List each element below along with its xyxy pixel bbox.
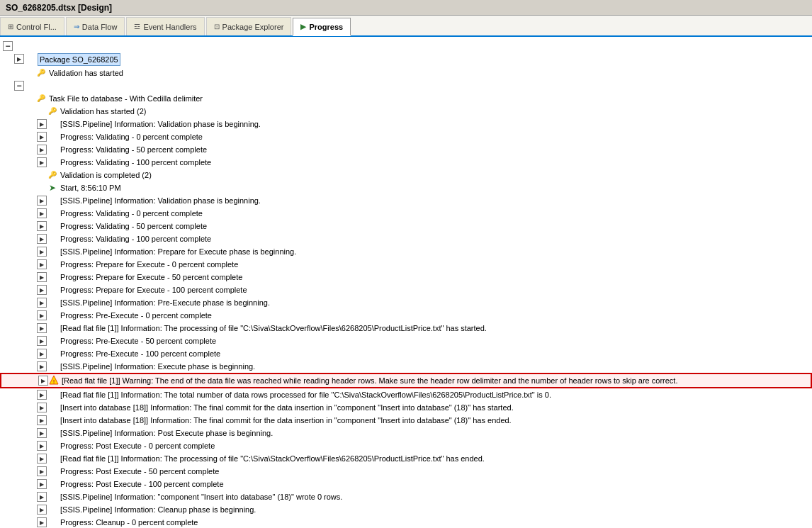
expand-btn[interactable]: ▶ (37, 247, 47, 257)
tree-item[interactable]: 🔑Validation has started (0, 67, 812, 79)
tree-item[interactable]: 🔑Validation is completed (2) (0, 169, 812, 181)
expand-btn[interactable]: ▶ (37, 221, 47, 231)
tab-package-explorer[interactable]: ⊡Package Explorer (206, 17, 292, 35)
tree-item-text: Progress: Validating - 50 percent comple… (60, 220, 207, 232)
tree-item[interactable]: 🔑Validation has started (2) (0, 105, 812, 118)
tree-item[interactable]: − (0, 40, 812, 52)
tree-item-text: Progress: Pre-Execute - 100 percent comp… (60, 348, 220, 359)
tree-item-text: Progress: Pre-Execute - 50 percent compl… (60, 335, 216, 347)
tree-item-text: [SSIS.Pipeline] Information: Cleanup pha… (60, 504, 256, 515)
expand-btn[interactable]: ▶ (37, 298, 47, 308)
tree-item[interactable]: ▶▶Package SO_6268205 (0, 52, 812, 67)
tab-icon-package-explorer: ⊡ (214, 23, 220, 30)
tree-item-text: [Read flat file [1]] Warning: The end of… (62, 375, 677, 386)
expand-btn[interactable]: ▶ (37, 208, 47, 218)
start-arrow-icon: ➤ (47, 182, 58, 193)
tree-item[interactable]: ▶▶Progress: Cleanup - 0 percent complete (0, 516, 812, 528)
tree-item-text: Start, 8:56:10 PM (60, 182, 121, 193)
tree-item[interactable]: ▶▶Progress: Post Execute - 50 percent co… (0, 465, 812, 478)
expand-btn[interactable]: ▶ (37, 492, 47, 502)
tree-item[interactable]: ▶▶[SSIS.Pipeline] Information: Prepare f… (0, 245, 812, 258)
tab-icon-progress: ▶ (300, 23, 306, 30)
expand-btn[interactable]: ▶ (37, 259, 47, 269)
tree-item[interactable]: ▶▶[SSIS.Pipeline] Information: Post Exec… (0, 427, 812, 439)
tree-item-text: [Read flat file [1]] Information: The pr… (60, 453, 485, 464)
expand-btn[interactable]: ▶ (37, 336, 47, 346)
tree-item[interactable]: − (0, 79, 812, 92)
expand-btn[interactable]: ▶ (37, 157, 47, 167)
tree-item[interactable]: ▶▶[SSIS.Pipeline] Information: Pre-Execu… (0, 296, 812, 309)
expand-btn[interactable]: ▶ (37, 145, 47, 155)
tree-item[interactable]: ▶▶[SSIS.Pipeline] Information: Validatio… (0, 118, 812, 130)
tree-item-text: [SSIS.Pipeline] Information: "component … (60, 491, 342, 502)
tree-item[interactable]: ▶▶Progress: Validating - 50 percent comp… (0, 143, 812, 156)
tree-item[interactable]: ▶▶Progress: Pre-Execute - 50 percent com… (0, 335, 812, 347)
collapse-btn[interactable]: − (14, 81, 24, 91)
tab-icon-control-flow: ⊞ (8, 23, 13, 30)
collapse-btn[interactable]: − (3, 41, 13, 51)
tree-item[interactable]: ▶▶[SSIS.Pipeline] Information: Validatio… (0, 194, 812, 207)
tree-item[interactable]: ➤Start, 8:56:10 PM (0, 181, 812, 194)
tree-item-text: Package SO_6268205 (38, 53, 120, 66)
expand-btn[interactable]: ▶ (37, 119, 47, 129)
tree-item[interactable]: ▶▶Progress: Validating - 0 percent compl… (0, 207, 812, 220)
tree-item[interactable]: ▶▶[Read flat file [1]] Information: The … (0, 322, 812, 335)
expand-btn[interactable]: ▶ (37, 390, 47, 400)
expand-btn[interactable]: ▶ (38, 376, 48, 386)
tree-item[interactable]: ▶▶Progress: Pre-Execute - 0 percent comp… (0, 309, 812, 322)
expand-btn[interactable]: ▶ (37, 285, 47, 295)
tree-item[interactable]: ▶![Read flat file [1]] Warning: The end … (0, 373, 812, 388)
progress-content[interactable]: −▶▶Package SO_6268205🔑Validation has sta… (0, 37, 812, 528)
tree-item[interactable]: 🔑Task File to database - With Cedilla de… (0, 92, 812, 105)
expand-btn[interactable]: ▶ (37, 132, 47, 142)
tree-item[interactable]: ▶▶[Read flat file [1]] Information: The … (0, 452, 812, 465)
tree-item[interactable]: ▶▶Progress: Prepare for Execute - 50 per… (0, 271, 812, 283)
expand-btn[interactable]: ▶ (37, 349, 47, 359)
tree-item[interactable]: ▶▶Progress: Validating - 100 percent com… (0, 232, 812, 245)
tree-item[interactable]: ▶▶Progress: Validating - 100 percent com… (0, 156, 812, 169)
title-bar: SO_6268205.dtsx [Design] (0, 0, 812, 16)
tree-item[interactable]: ▶▶[SSIS.Pipeline] Information: "componen… (0, 490, 812, 503)
expand-btn[interactable]: ▶ (37, 415, 47, 425)
tree-item[interactable]: ▶▶Progress: Post Execute - 100 percent c… (0, 478, 812, 490)
expand-btn[interactable]: ▶ (37, 479, 47, 489)
expand-btn[interactable]: ▶ (37, 234, 47, 244)
tab-label-data-flow: Data Flow (82, 23, 118, 31)
tab-data-flow[interactable]: ⇒Data Flow (66, 17, 125, 35)
expand-btn[interactable]: ▶ (37, 517, 47, 527)
tree-item[interactable]: ▶▶Progress: Validating - 50 percent comp… (0, 220, 812, 232)
tree-item[interactable]: ▶▶Progress: Post Execute - 0 percent com… (0, 439, 812, 452)
key-icon: 🔑 (35, 93, 47, 104)
tree-item[interactable]: ▶▶[Read flat file [1]] Information: The … (0, 388, 812, 401)
expand-btn[interactable]: ▶ (37, 505, 47, 515)
tab-progress[interactable]: ▶Progress (293, 18, 351, 36)
tree-item-text: Progress: Prepare for Execute - 50 perce… (60, 271, 242, 283)
tree-item-text: Task File to database - With Cedilla del… (49, 93, 203, 104)
expand-btn[interactable]: ▶ (37, 323, 47, 333)
tab-label-control-flow: Control Fl... (16, 23, 57, 31)
tab-bar: ⊞Control Fl...⇒Data Flow☲Event Handlers⊡… (0, 16, 812, 37)
tree-item[interactable]: ▶▶Progress: Validating - 0 percent compl… (0, 130, 812, 143)
tree-item[interactable]: ▶▶Progress: Pre-Execute - 100 percent co… (0, 347, 812, 360)
expand-btn[interactable]: ▶ (37, 454, 47, 464)
tree-item[interactable]: ▶▶[Insert into database [18]] Informatio… (0, 401, 812, 414)
expand-btn[interactable]: ▶ (37, 441, 47, 451)
expand-btn[interactable]: ▶ (37, 466, 47, 476)
expand-btn[interactable]: ▶ (37, 361, 47, 371)
expand-btn[interactable]: ▶ (37, 196, 47, 206)
tree-item[interactable]: ▶▶Progress: Prepare for Execute - 0 perc… (0, 258, 812, 271)
tree-item-text: Progress: Prepare for Execute - 0 percen… (60, 259, 238, 270)
expand-btn[interactable]: ▶ (37, 428, 47, 438)
tree-item[interactable]: ▶▶[Insert into database [18]] Informatio… (0, 414, 812, 427)
expand-btn[interactable]: ▶ (14, 54, 24, 64)
tab-icon-event-handlers: ☲ (134, 23, 140, 30)
tree-item[interactable]: ▶▶[SSIS.Pipeline] Information: Cleanup p… (0, 503, 812, 516)
tree-item[interactable]: ▶▶Progress: Prepare for Execute - 100 pe… (0, 283, 812, 296)
tab-control-flow[interactable]: ⊞Control Fl... (0, 17, 64, 35)
expand-btn[interactable]: ▶ (37, 310, 47, 320)
tab-event-handlers[interactable]: ☲Event Handlers (126, 17, 204, 35)
tree-item-text: Progress: Prepare for Execute - 100 perc… (60, 284, 247, 296)
expand-btn[interactable]: ▶ (37, 272, 47, 282)
expand-btn[interactable]: ▶ (37, 403, 47, 412)
tree-item[interactable]: ▶▶[SSIS.Pipeline] Information: Execute p… (0, 360, 812, 373)
